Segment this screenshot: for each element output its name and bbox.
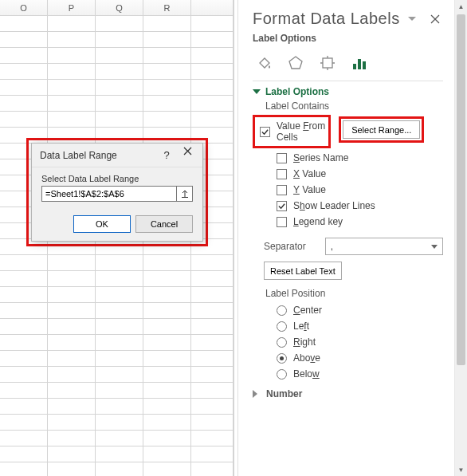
tab-size[interactable] [318,53,337,73]
cell[interactable] [96,287,143,303]
radio-right[interactable]: Right [277,334,443,350]
cell[interactable] [191,287,234,303]
check-x-value[interactable]: X Value [277,166,443,182]
cell[interactable] [191,319,234,335]
cancel-button[interactable]: Cancel [135,215,193,233]
cell[interactable] [191,48,234,64]
cell[interactable] [96,431,143,446]
table-row[interactable] [0,367,234,383]
cell[interactable] [143,335,191,351]
cell[interactable] [48,319,96,335]
cell[interactable] [143,415,191,431]
scroll-up-icon[interactable]: ▲ [455,0,467,13]
cell[interactable] [0,80,48,96]
table-row[interactable] [0,335,234,351]
cell[interactable] [0,415,48,431]
checkbox[interactable] [277,153,287,163]
col-header-p[interactable]: P [48,0,96,15]
cell[interactable] [96,303,143,319]
table-row[interactable] [0,431,234,446]
cell[interactable] [96,383,143,399]
col-header-r[interactable]: R [143,0,191,15]
check-value-from-cells[interactable]: Value FromCells [260,118,325,145]
cell[interactable] [191,399,234,415]
dialog-titlebar[interactable]: Data Label Range ? [32,144,202,167]
cell[interactable] [0,431,48,446]
cell[interactable] [96,32,143,48]
cell[interactable] [48,431,96,446]
help-button[interactable]: ? [156,147,177,164]
radio-center[interactable]: Center [277,302,443,318]
cell[interactable] [96,112,143,128]
cell[interactable] [191,351,234,367]
check-show-leader-lines[interactable]: Show Leader Lines [277,198,443,214]
table-row[interactable] [0,255,234,271]
table-row[interactable] [0,319,234,335]
cell[interactable] [48,415,96,431]
cell[interactable] [48,80,96,96]
table-row[interactable] [0,303,234,319]
cell[interactable] [96,16,143,32]
checkbox[interactable] [260,127,270,137]
col-header-o[interactable]: O [0,0,48,15]
cell[interactable] [191,64,234,80]
cell[interactable] [96,446,143,462]
pane-options-dropdown-icon[interactable] [408,17,416,21]
scroll-thumb[interactable] [457,14,465,365]
cell[interactable] [143,16,191,32]
cell[interactable] [143,399,191,415]
cell[interactable] [96,335,143,351]
pane-scrollbar[interactable]: ▲ ▼ [454,0,467,476]
table-row[interactable] [0,32,234,48]
cell[interactable] [96,415,143,431]
cell[interactable] [0,255,48,271]
cell[interactable] [143,287,191,303]
cell[interactable] [191,335,234,351]
table-row[interactable] [0,446,234,462]
cell[interactable] [0,32,48,48]
cell[interactable] [48,446,96,462]
radio[interactable] [277,353,287,364]
checkbox[interactable] [277,201,287,211]
table-row[interactable] [0,112,234,128]
cell[interactable] [191,112,234,128]
cell[interactable] [96,351,143,367]
reset-label-text-button[interactable]: Reset Label Text [264,262,342,280]
cell[interactable] [143,255,191,271]
cell[interactable] [0,48,48,64]
checkbox[interactable] [277,185,287,195]
tab-label-options[interactable] [350,53,369,73]
cell[interactable] [48,287,96,303]
table-row[interactable] [0,383,234,399]
radio-above[interactable]: Above [277,350,443,366]
cell[interactable] [191,462,234,476]
cell[interactable] [48,16,96,32]
scroll-down-icon[interactable]: ▼ [455,463,467,476]
cell[interactable] [143,48,191,64]
cell[interactable] [48,383,96,399]
pane-subtitle[interactable]: Label Options [253,33,443,44]
cell[interactable] [191,446,234,462]
cell[interactable] [0,319,48,335]
cell[interactable] [48,351,96,367]
table-row[interactable] [0,48,234,64]
check-legend-key[interactable]: Legend key [277,214,443,230]
cell[interactable] [0,16,48,32]
cell[interactable] [0,351,48,367]
table-row[interactable] [0,287,234,303]
cell[interactable] [191,271,234,287]
cell[interactable] [48,335,96,351]
checkbox[interactable] [277,217,287,227]
cell[interactable] [143,80,191,96]
radio-left[interactable]: Left [277,318,443,334]
cell[interactable] [96,96,143,112]
cell[interactable] [191,80,234,96]
cell[interactable] [96,64,143,80]
cell[interactable] [191,303,234,319]
separator-dropdown[interactable]: , [325,238,443,255]
radio[interactable] [277,305,287,316]
cell[interactable] [48,367,96,383]
cell[interactable] [191,96,234,112]
cell[interactable] [143,64,191,80]
cell[interactable] [48,271,96,287]
